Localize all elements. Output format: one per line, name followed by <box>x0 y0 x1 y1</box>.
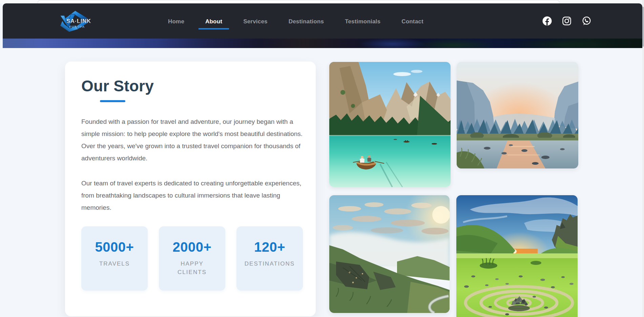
scrollbar-thumb[interactable] <box>642 7 644 47</box>
nav-item-destinations[interactable]: Destinations <box>282 13 331 29</box>
stat-label: DESTINATIONS <box>243 259 296 268</box>
stat-label: TRAVELS <box>88 259 141 268</box>
page-title: Our Story <box>81 76 299 95</box>
misty-valley-sunset-river-photo <box>457 62 578 168</box>
nav-item-contact[interactable]: Contact <box>395 13 430 29</box>
gallery-photo-1 <box>329 62 451 187</box>
stat-destinations: 120+ DESTINATIONS <box>236 226 303 291</box>
turquoise-lake-rowboat-photo <box>329 62 451 187</box>
instagram-icon[interactable] <box>562 16 572 26</box>
whatsapp-icon[interactable] <box>581 16 591 26</box>
social-links <box>542 3 591 39</box>
nav-menu: Home About Services Destinations Testimo… <box>161 3 430 39</box>
stat-value: 2000+ <box>159 240 225 254</box>
scrollbar-track[interactable] <box>642 0 644 317</box>
hero-image-strip <box>3 39 642 48</box>
main-navbar: SA·LINK EUROPA Home About Services Desti… <box>3 3 642 39</box>
visalink-logo-icon: SA·LINK EUROPA <box>58 8 91 34</box>
foggy-green-cliffs-sunrise-photo <box>329 195 450 313</box>
stat-travels: 5000+ TRAVELS <box>81 226 148 291</box>
content-container-top-edge <box>37 0 560 3</box>
fairy-glen-stone-spiral-photo <box>456 195 578 317</box>
facebook-icon[interactable] <box>542 16 552 26</box>
svg-text:SA·LINK: SA·LINK <box>66 18 91 24</box>
logo-subtitle: EUROPA <box>69 25 85 28</box>
story-paragraph-1: Founded with a passion for travel and ad… <box>81 116 303 164</box>
brand-logo[interactable]: SA·LINK EUROPA <box>58 8 91 34</box>
stat-happy-clients: 2000+ HAPPY CLIENTS <box>159 226 225 291</box>
stats-row: 5000+ TRAVELS 2000+ HAPPY CLIENTS 120+ D… <box>81 226 299 291</box>
gallery-photo-3 <box>329 195 450 313</box>
gallery-photo-4 <box>456 195 578 317</box>
nav-item-about[interactable]: About <box>199 13 229 29</box>
stat-value: 5000+ <box>81 240 148 254</box>
nav-item-home[interactable]: Home <box>161 13 191 29</box>
stat-label: HAPPY CLIENTS <box>165 259 219 276</box>
story-paragraph-2: Our team of travel experts is dedicated … <box>81 177 303 214</box>
gallery-photo-2 <box>457 62 578 168</box>
nav-item-services[interactable]: Services <box>236 13 274 29</box>
stat-value: 120+ <box>236 240 303 254</box>
nav-item-testimonials[interactable]: Testimonials <box>338 13 387 29</box>
title-accent-bar <box>100 100 125 102</box>
our-story-card: Our Story Founded with a passion for tra… <box>65 62 316 316</box>
